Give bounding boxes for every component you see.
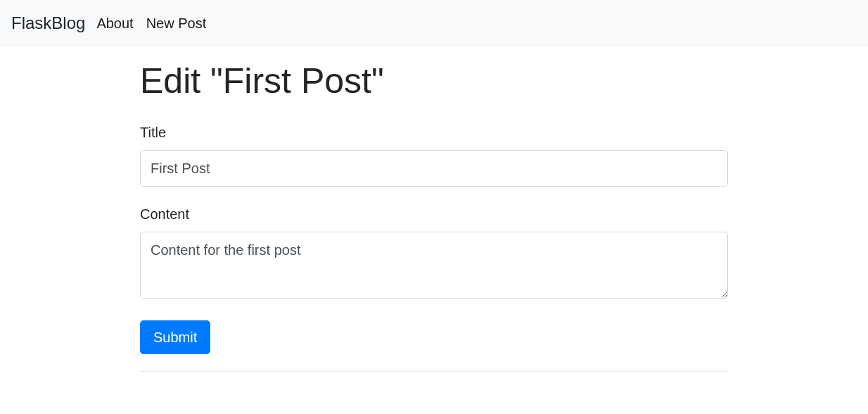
nav-item-new-post: New Post <box>146 7 207 39</box>
nav-link-new-post[interactable]: New Post <box>146 7 207 39</box>
submit-button[interactable]: Submit <box>140 320 210 354</box>
form-group-content: Content Content for the first post <box>140 203 728 303</box>
title-input[interactable] <box>140 150 728 187</box>
nav-item-about: About <box>96 7 133 39</box>
content-label: Content <box>140 203 728 225</box>
navbar-brand-link[interactable]: FlaskBlog <box>11 7 85 39</box>
edit-post-form: Title Content Content for the first post… <box>140 122 728 354</box>
form-group-title: Title <box>140 122 728 187</box>
nav-link-about[interactable]: About <box>96 7 133 39</box>
divider <box>140 371 728 372</box>
form-group-submit: Submit <box>140 320 728 354</box>
page-title: Edit "First Post" <box>140 55 728 108</box>
navbar: FlaskBlog About New Post <box>0 0 868 46</box>
navbar-nav: About New Post <box>96 7 219 39</box>
title-label: Title <box>140 122 728 143</box>
content-textarea[interactable]: Content for the first post <box>140 232 728 299</box>
main-container: Edit "First Post" Title Content Content … <box>33 55 835 372</box>
